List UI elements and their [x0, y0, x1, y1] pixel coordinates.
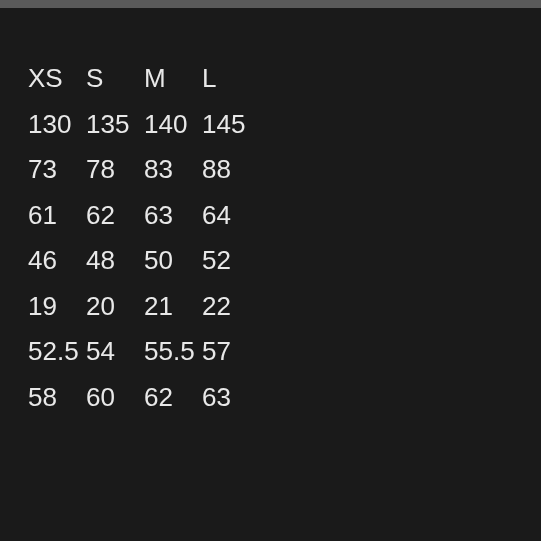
table-header-row: XS S M L	[28, 56, 260, 102]
cell: 52.5	[28, 329, 86, 375]
cell: 58	[28, 375, 86, 421]
cell: 52	[202, 238, 260, 284]
table-row: 46 48 50 52	[28, 238, 260, 284]
cell: 60	[86, 375, 144, 421]
cell: 50	[144, 238, 202, 284]
cell: 48	[86, 238, 144, 284]
cell: 61	[28, 193, 86, 239]
table-row: 52.5 54 55.5 57	[28, 329, 260, 375]
cell: 54	[86, 329, 144, 375]
col-header-m: M	[144, 56, 202, 102]
cell: 83	[144, 147, 202, 193]
cell: 62	[86, 193, 144, 239]
cell: 73	[28, 147, 86, 193]
window-titlebar	[0, 0, 541, 8]
cell: 19	[28, 284, 86, 330]
col-header-xs: XS	[28, 56, 86, 102]
table-row: 73 78 83 88	[28, 147, 260, 193]
cell: 46	[28, 238, 86, 284]
cell: 78	[86, 147, 144, 193]
cell: 145	[202, 102, 260, 148]
cell: 63	[202, 375, 260, 421]
cell: 62	[144, 375, 202, 421]
cell: 57	[202, 329, 260, 375]
cell: 55.5	[144, 329, 202, 375]
col-header-l: L	[202, 56, 260, 102]
cell: 130	[28, 102, 86, 148]
col-header-s: S	[86, 56, 144, 102]
size-table: XS S M L 130 135 140 145 73 78 83 88 61 …	[28, 56, 260, 420]
table-row: 61 62 63 64	[28, 193, 260, 239]
size-chart-content: XS S M L 130 135 140 145 73 78 83 88 61 …	[0, 8, 541, 420]
cell: 135	[86, 102, 144, 148]
table-row: 19 20 21 22	[28, 284, 260, 330]
cell: 140	[144, 102, 202, 148]
cell: 64	[202, 193, 260, 239]
cell: 22	[202, 284, 260, 330]
table-row: 58 60 62 63	[28, 375, 260, 421]
cell: 20	[86, 284, 144, 330]
cell: 88	[202, 147, 260, 193]
cell: 21	[144, 284, 202, 330]
cell: 63	[144, 193, 202, 239]
table-row: 130 135 140 145	[28, 102, 260, 148]
